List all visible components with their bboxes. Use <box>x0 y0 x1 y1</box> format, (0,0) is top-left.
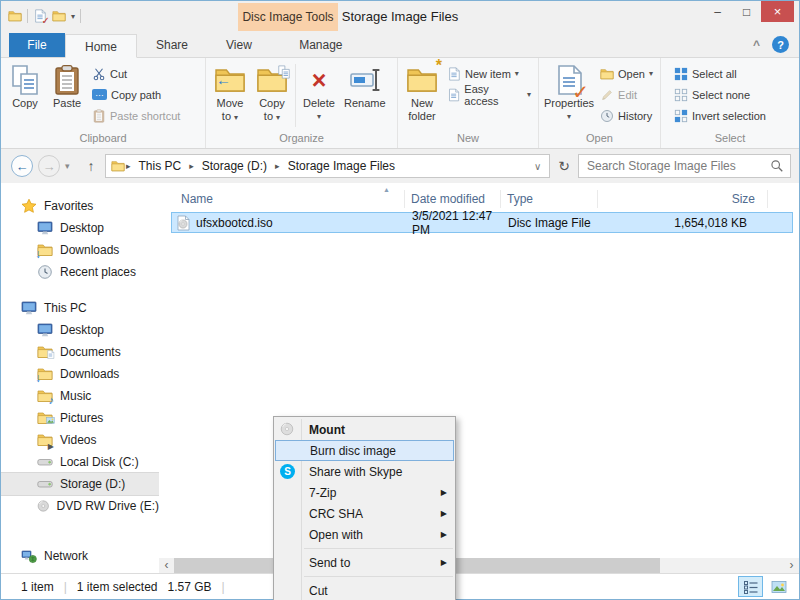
qat-properties-icon[interactable]: ✓ <box>33 9 47 23</box>
move-to-button[interactable]: ← Move to ▾ <box>209 60 251 124</box>
edit-button[interactable]: Edit <box>596 84 657 105</box>
qat-new-folder-icon[interactable] <box>52 9 66 23</box>
tab-share[interactable]: Share <box>137 33 207 57</box>
address-dropdown-icon[interactable]: ∨ <box>530 161 545 172</box>
menu-item-burn-disc-image[interactable]: Burn disc image <box>275 440 454 461</box>
qat-customize-icon[interactable]: ▾ <box>71 12 75 21</box>
dropdown-icon: ▾ <box>234 113 238 122</box>
tab-manage[interactable]: Manage <box>271 33 371 57</box>
menu-item-send-to[interactable]: Send to ▶ <box>274 552 455 573</box>
new-item-button[interactable]: New item ▾ <box>443 63 535 84</box>
properties-button[interactable]: ✓ Properties ▾ <box>542 60 596 123</box>
menu-item-7zip[interactable]: 7-Zip ▶ <box>274 482 455 503</box>
sidebar-item-this-pc[interactable]: This PC <box>1 297 159 319</box>
sidebar-item-documents[interactable]: Documents <box>1 341 159 363</box>
search-box[interactable] <box>578 154 791 178</box>
new-folder-button[interactable]: * New folder <box>401 60 443 123</box>
qat-separator <box>27 9 28 23</box>
file-row-selected[interactable]: ufsxbootcd.iso 3/5/2021 12:47 PM Disc Im… <box>171 212 793 233</box>
minimize-ribbon-icon[interactable]: ^ <box>753 38 760 52</box>
sidebar-item-network[interactable]: Network <box>1 545 159 567</box>
sidebar-item-favorites[interactable]: Favorites <box>1 195 159 217</box>
tab-view[interactable]: View <box>207 33 271 57</box>
sidebar-item-local-disk-c[interactable]: Local Disk (C:) <box>1 451 159 473</box>
horizontal-scrollbar[interactable]: ‹ › <box>159 558 799 573</box>
file-type: Disc Image File <box>502 216 599 230</box>
new-item-icon <box>447 67 461 81</box>
delete-button[interactable]: × Delete ▾ <box>298 60 340 123</box>
open-button[interactable]: Open ▾ <box>596 63 657 84</box>
breadcrumb[interactable]: ▸ This PC ▸ Storage (D:) ▸ Storage Image… <box>105 154 550 178</box>
history-button[interactable]: History <box>596 105 657 126</box>
help-icon[interactable]: ? <box>772 36 789 53</box>
copy-to-icon <box>256 63 288 97</box>
sidebar-item-fav-downloads[interactable]: ↓ Downloads <box>1 239 159 261</box>
select-all-button[interactable]: Select all <box>670 63 770 84</box>
maximize-button[interactable]: □ <box>732 1 761 22</box>
sidebar-item-videos[interactable]: ▶ Videos <box>1 429 159 451</box>
ribbon-group-new: * New folder New item ▾ Easy access ▾ <box>398 58 539 148</box>
copy-button[interactable]: Copy <box>4 60 46 110</box>
invert-selection-button[interactable]: Invert selection <box>670 105 770 126</box>
menu-item-share-with-skype[interactable]: S Share with Skype <box>274 461 455 482</box>
selection-size: 1.57 GB <box>168 580 212 594</box>
rename-button[interactable]: Rename <box>340 60 390 110</box>
menu-item-crc-sha[interactable]: CRC SHA ▶ <box>274 503 455 524</box>
ribbon-group-organize: ← Move to ▾ Copy to ▾ × Delete ▾ Re <box>206 58 398 148</box>
sidebar-item-recent-places[interactable]: Recent places <box>1 261 159 283</box>
crumb-separator-icon: ▸ <box>275 161 280 171</box>
tab-home[interactable]: Home <box>65 34 137 58</box>
item-count: 1 item <box>21 580 54 594</box>
minimize-icon: – <box>714 5 721 19</box>
navigation-pane: Favorites Desktop ↓ Downloads Recent pla… <box>1 183 159 573</box>
sort-ascending-icon[interactable]: ▲ <box>383 186 390 193</box>
column-header-size[interactable]: Size <box>598 190 768 208</box>
breadcrumb-this-pc[interactable]: This PC <box>132 159 189 173</box>
context-menu: Mount Burn disc image S Share with Skype… <box>273 416 456 600</box>
close-button[interactable]: × <box>761 1 794 22</box>
cut-button[interactable]: Cut <box>88 63 184 84</box>
forward-button[interactable]: → <box>38 155 60 177</box>
scroll-left-icon[interactable]: ‹ <box>159 558 174 573</box>
select-none-button[interactable]: Select none <box>670 84 770 105</box>
column-header-date-modified[interactable]: Date modified <box>405 190 501 208</box>
column-headers: Name Date modified Type Size <box>159 187 799 211</box>
minimize-button[interactable]: – <box>703 1 732 22</box>
back-button[interactable]: ← <box>11 155 33 177</box>
up-button[interactable]: ↑ <box>82 158 100 174</box>
window-title: Storage Image Files <box>1 9 799 24</box>
menu-item-cut[interactable]: Cut <box>274 580 455 600</box>
crumb-separator-icon: ▸ <box>189 161 194 171</box>
menu-item-mount[interactable]: Mount <box>274 419 455 440</box>
tab-file[interactable]: File <box>9 33 65 57</box>
sidebar-item-desktop[interactable]: Desktop <box>1 319 159 341</box>
paste-button[interactable]: Paste <box>46 60 88 110</box>
copy-path-button[interactable]: … Copy path <box>88 84 184 105</box>
copy-to-button[interactable]: Copy to ▾ <box>251 60 293 124</box>
paste-shortcut-button[interactable]: Paste shortcut <box>88 105 184 126</box>
edit-icon <box>600 88 614 102</box>
column-header-name[interactable]: Name <box>159 190 405 208</box>
easy-access-button[interactable]: Easy access ▾ <box>443 84 535 105</box>
scroll-right-icon[interactable]: › <box>784 558 799 573</box>
sidebar-item-downloads[interactable]: ↓ Downloads <box>1 363 159 385</box>
refresh-icon[interactable]: ↻ <box>555 158 573 174</box>
details-view-button[interactable] <box>738 576 763 597</box>
sidebar-item-storage-d[interactable]: Storage (D:) <box>1 473 159 495</box>
breadcrumb-storage-image-files[interactable]: Storage Image Files <box>281 159 402 173</box>
sidebar-item-fav-desktop[interactable]: Desktop <box>1 217 159 239</box>
sidebar-item-pictures[interactable]: Pictures <box>1 407 159 429</box>
search-input[interactable] <box>587 159 770 173</box>
rename-icon <box>349 63 381 97</box>
large-icons-view-button[interactable] <box>766 576 791 597</box>
new-folder-icon: * <box>406 63 438 97</box>
location-folder-icon <box>111 159 125 173</box>
search-icon[interactable] <box>770 159 784 173</box>
menu-item-open-with[interactable]: Open with ▶ <box>274 524 455 545</box>
back-icon: ← <box>16 159 29 174</box>
breadcrumb-storage-d[interactable]: Storage (D:) <box>195 159 274 173</box>
column-header-type[interactable]: Type <box>501 190 598 208</box>
sidebar-item-dvd-drive-e[interactable]: DVD RW Drive (E:) <box>1 495 159 517</box>
sidebar-item-music[interactable]: ♪ Music <box>1 385 159 407</box>
recent-locations-icon[interactable]: ▾ <box>65 161 77 171</box>
